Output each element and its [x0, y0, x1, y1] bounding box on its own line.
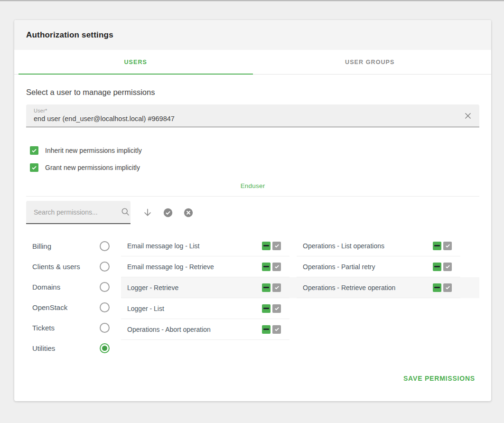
category-item-billing[interactable]: Billing [26, 236, 112, 256]
save-permissions-button[interactable]: SAVE PERMISSIONS [403, 375, 475, 382]
inherit-toggle-icon[interactable] [262, 263, 271, 271]
search-input[interactable] [34, 208, 120, 216]
permission-label: Operations - Abort operation [127, 326, 211, 333]
permission-cell-empty [297, 319, 460, 340]
permissions-toolbar [26, 201, 479, 224]
permission-row: Logger - Retrieve Operations - Retrieve … [121, 277, 479, 298]
permission-label: Email message log - Retrieve [127, 263, 214, 271]
category-label: OpenStack [32, 303, 67, 311]
category-label: Clients & users [32, 263, 80, 271]
radio-domains[interactable] [100, 282, 110, 292]
grant-permissions-checkbox[interactable] [30, 163, 38, 172]
category-label: Tickets [32, 324, 55, 332]
permission-label: Email message log - List [127, 242, 200, 250]
user-field-label: User* [34, 108, 457, 113]
inherit-toggle-icon[interactable] [433, 283, 441, 292]
inherit-toggle-icon[interactable] [433, 242, 441, 250]
category-item-tickets[interactable]: Tickets [26, 318, 112, 338]
category-item-clients-users[interactable]: Clients & users [26, 256, 112, 277]
inherit-permissions-option: Inherit new permissions implicitly [30, 146, 479, 155]
section-divider [26, 196, 479, 197]
inherit-toggle-icon[interactable] [262, 283, 271, 292]
clear-circle-icon[interactable] [183, 207, 194, 218]
dialog-content: Select a user to manage permissions User… [14, 88, 491, 358]
permission-cell: Operations - List operations [297, 235, 460, 256]
dialog-header: Authorization settings [14, 20, 491, 50]
granted-toggle-icon[interactable] [272, 263, 281, 271]
granted-toggle-icon[interactable] [443, 283, 452, 292]
dialog-title: Authorization settings [26, 30, 113, 40]
inherit-permissions-label: Inherit new permissions implicitly [45, 147, 142, 154]
inherit-toggle-icon[interactable] [262, 242, 271, 250]
granted-toggle-icon[interactable] [272, 242, 281, 250]
permission-row: Logger - List [121, 298, 479, 319]
inherit-permissions-checkbox[interactable] [30, 146, 38, 155]
permission-cell: Logger - List [121, 298, 289, 319]
permission-cell: Email message log - List [121, 235, 289, 256]
inherit-toggle-icon[interactable] [433, 263, 441, 271]
permission-cell: Operations - Retrieve operation [297, 277, 460, 298]
permissions-main: Billing Clients & users Domains OpenStac… [26, 235, 479, 358]
category-list: Billing Clients & users Domains OpenStac… [26, 235, 112, 358]
permission-label: Operations - Partial retry [303, 263, 375, 271]
tab-bar: USERS USER GROUPS [14, 50, 491, 75]
permission-row: Email message log - List Operations - Li… [121, 235, 479, 256]
granted-toggle-icon[interactable] [443, 263, 452, 271]
radio-billing[interactable] [100, 241, 110, 251]
search-permissions-field[interactable] [26, 201, 131, 224]
radio-tickets[interactable] [100, 323, 110, 333]
category-label: Utilities [32, 344, 55, 352]
permission-cell: Operations - Partial retry [297, 256, 460, 277]
granted-toggle-icon[interactable] [272, 283, 281, 292]
user-field-value: end user (end_user@localhost.local) #969… [34, 115, 457, 122]
clear-x-icon[interactable] [463, 111, 473, 121]
arrow-down-icon[interactable] [142, 207, 153, 218]
category-item-utilities[interactable]: Utilities [26, 338, 112, 358]
category-label: Domains [32, 283, 60, 291]
category-item-openstack[interactable]: OpenStack [26, 297, 112, 318]
permission-grid: Email message log - List Operations - Li… [121, 235, 479, 358]
permission-cell: Email message log - Retrieve [121, 256, 289, 277]
granted-toggle-icon[interactable] [272, 325, 281, 334]
inherit-toggle-icon[interactable] [262, 325, 271, 334]
permission-row: Email message log - Retrieve Operations … [121, 256, 479, 277]
permission-label: Logger - List [127, 305, 164, 312]
role-label: Enduser [26, 182, 479, 189]
category-item-domains[interactable]: Domains [26, 277, 112, 297]
window-top-edge [0, 0, 504, 1]
radio-clients-users[interactable] [100, 262, 110, 272]
granted-toggle-icon[interactable] [443, 242, 452, 250]
category-label: Billing [32, 242, 51, 250]
grant-permissions-label: Grant new permissions implicitly [45, 164, 140, 171]
permission-cell: Operations - Abort operation [121, 319, 289, 340]
permission-label: Operations - List operations [303, 242, 384, 250]
radio-utilities[interactable] [100, 343, 110, 353]
user-select-field[interactable]: User* end user (end_user@localhost.local… [26, 104, 479, 127]
check-circle-icon[interactable] [162, 207, 174, 218]
search-icon [120, 207, 131, 218]
permission-cell: Logger - Retrieve [121, 277, 289, 298]
granted-toggle-icon[interactable] [272, 304, 281, 313]
check-icon [31, 147, 37, 154]
radio-openstack[interactable] [100, 302, 110, 312]
check-icon [31, 164, 37, 171]
permission-label: Logger - Retrieve [127, 284, 178, 291]
tab-user-groups[interactable]: USER GROUPS [253, 50, 487, 74]
grant-permissions-option: Grant new permissions implicitly [30, 163, 479, 172]
section-title: Select a user to manage permissions [26, 88, 479, 97]
permission-cell-empty [297, 298, 460, 319]
permission-label: Operations - Retrieve operation [303, 284, 395, 291]
permission-row: Operations - Abort operation [121, 319, 479, 340]
authorization-settings-dialog: Authorization settings USERS USER GROUPS… [14, 20, 491, 401]
inherit-toggle-icon[interactable] [262, 304, 271, 313]
tab-users[interactable]: USERS [19, 50, 253, 74]
